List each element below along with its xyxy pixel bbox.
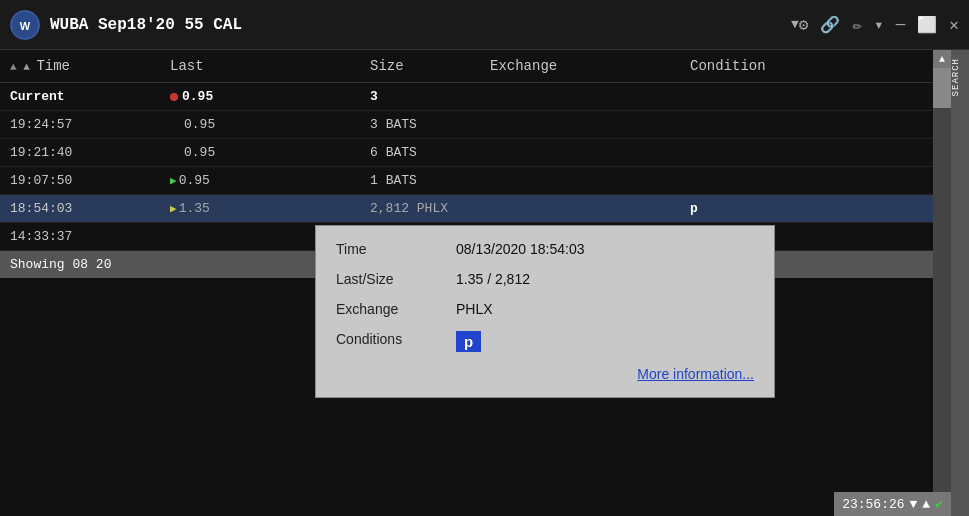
- nav-up-btn[interactable]: ▲: [922, 497, 930, 512]
- sort-arrow: ▲: [23, 61, 36, 73]
- cell-size: 3 BATS: [370, 117, 490, 132]
- col-last[interactable]: Last: [170, 58, 370, 74]
- cell-size: 2,812 PHLX: [370, 201, 490, 216]
- scroll-thumb[interactable]: [933, 68, 951, 108]
- checkmark-icon: ✔: [935, 496, 943, 512]
- cell-condition: [690, 145, 923, 160]
- cell-exchange: [490, 201, 690, 216]
- tooltip-conditions-label: Conditions: [336, 331, 456, 347]
- table-row[interactable]: 19:07:50 ▶0.95 1 BATS: [0, 167, 933, 195]
- col-size[interactable]: Size: [370, 58, 490, 74]
- current-time: 23:56:26: [842, 497, 904, 512]
- cell-exchange: [490, 145, 690, 160]
- cell-condition: [690, 117, 923, 132]
- table-row[interactable]: 19:21:40 0.95 6 BATS: [0, 139, 933, 167]
- close-icon[interactable]: ✕: [949, 15, 959, 35]
- status-text: Showing 08: [10, 257, 88, 272]
- right-panel: SEARCH: [951, 50, 969, 516]
- cell-exchange: [490, 89, 690, 104]
- scrollbar[interactable]: ▲ ▼: [933, 50, 951, 516]
- maximize-icon[interactable]: ⬜: [917, 15, 937, 35]
- col-exchange[interactable]: Exchange: [490, 58, 690, 74]
- cell-size: 3: [370, 89, 490, 104]
- app-logo: W: [10, 10, 40, 40]
- tooltip-conditions-row: Conditions p: [336, 331, 754, 352]
- window-title: WUBA Sep18'20 55 CAL: [50, 16, 789, 34]
- cell-time: 19:21:40: [10, 145, 170, 160]
- more-info-link[interactable]: More information...: [336, 366, 754, 382]
- tooltip-time-row: Time 08/13/2020 18:54:03: [336, 241, 754, 257]
- scroll-track: [933, 68, 951, 498]
- cell-size: 1 BATS: [370, 173, 490, 188]
- red-dot-icon: [170, 93, 178, 101]
- scroll-up-btn[interactable]: ▲: [933, 50, 951, 68]
- more-icon[interactable]: ▾: [874, 15, 884, 35]
- cell-time: Current: [10, 89, 170, 104]
- title-bar-icons: ⚙ 🔗 ✏ ▾ — ⬜ ✕: [799, 15, 959, 35]
- yellow-arrow-icon: ▶: [170, 203, 177, 215]
- nav-down-btn[interactable]: ▼: [910, 497, 918, 512]
- table-row[interactable]: Current 0.95 3: [0, 83, 933, 111]
- cell-last: 0.95: [170, 117, 370, 132]
- search-label: SEARCH: [951, 58, 961, 96]
- cell-last: ▶0.95: [170, 173, 370, 188]
- cell-time: 19:24:57: [10, 117, 170, 132]
- cell-time: 19:07:50: [10, 173, 170, 188]
- svg-text:W: W: [20, 20, 31, 32]
- tooltip-popup: Time 08/13/2020 18:54:03 Last/Size 1.35 …: [315, 225, 775, 398]
- cell-condition: [690, 89, 923, 104]
- minimize-icon[interactable]: —: [896, 16, 906, 34]
- table-row[interactable]: 18:54:03 ▶1.35 2,812 PHLX p: [0, 195, 933, 223]
- condition-badge: p: [456, 331, 481, 352]
- status-suffix: 20: [96, 257, 112, 272]
- col-time[interactable]: ▲ Time: [10, 58, 170, 74]
- bottom-time-bar: 23:56:26 ▼ ▲ ✔: [834, 492, 951, 516]
- tooltip-exchange-value: PHLX: [456, 301, 493, 317]
- title-bar: W WUBA Sep18'20 55 CAL ▼ ⚙ 🔗 ✏ ▾ — ⬜ ✕: [0, 0, 969, 50]
- cell-last: ▶1.35: [170, 201, 370, 216]
- cell-time: 18:54:03: [10, 201, 170, 216]
- tooltip-exchange-row: Exchange PHLX: [336, 301, 754, 317]
- table-header: ▲ Time Last Size Exchange Condition: [0, 50, 933, 83]
- settings-icon[interactable]: ⚙: [799, 15, 809, 35]
- cell-exchange: [490, 117, 690, 132]
- cell-condition: p: [690, 201, 923, 216]
- tooltip-time-label: Time: [336, 241, 456, 257]
- cell-size: 6 BATS: [370, 145, 490, 160]
- tooltip-lastsize-label: Last/Size: [336, 271, 456, 287]
- cell-condition: [690, 173, 923, 188]
- cell-last: 0.95: [170, 145, 370, 160]
- tooltip-lastsize-value: 1.35 / 2,812: [456, 271, 530, 287]
- table-row[interactable]: 19:24:57 0.95 3 BATS: [0, 111, 933, 139]
- cell-exchange: [490, 173, 690, 188]
- col-condition[interactable]: Condition: [690, 58, 923, 74]
- tooltip-time-value: 08/13/2020 18:54:03: [456, 241, 584, 257]
- tooltip-exchange-label: Exchange: [336, 301, 456, 317]
- cell-time: 14:33:37: [10, 229, 170, 244]
- tooltip-lastsize-row: Last/Size 1.35 / 2,812: [336, 271, 754, 287]
- dropdown-arrow[interactable]: ▼: [791, 17, 799, 32]
- link-icon[interactable]: 🔗: [820, 15, 840, 35]
- cell-last: 0.95: [170, 89, 370, 104]
- green-arrow-icon: ▶: [170, 175, 177, 187]
- edit-icon[interactable]: ✏: [852, 15, 862, 35]
